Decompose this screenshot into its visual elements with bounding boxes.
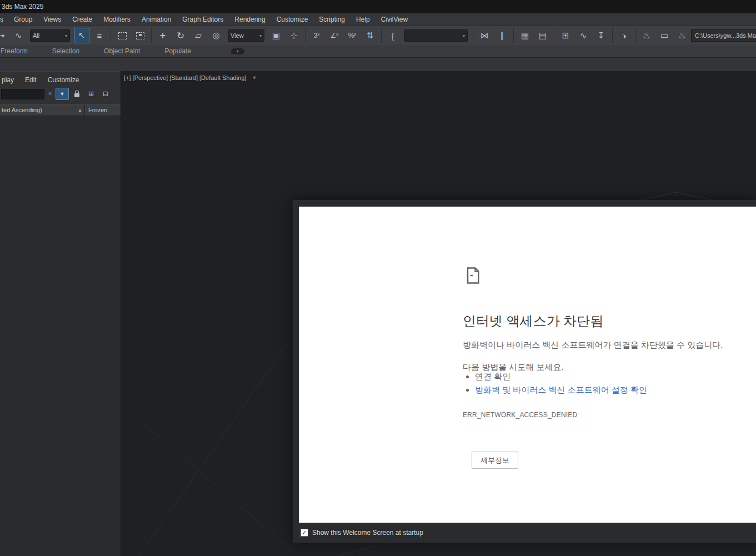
bind-to-space-warp-icon[interactable]: ∿ [11,28,26,43]
select-and-rotate-icon[interactable]: ↻ [173,28,188,43]
schematic-view-icon[interactable]: ↧ [593,28,609,43]
chevron-down-icon: ▾ [259,33,262,38]
menu-item-rendering[interactable]: Rendering [229,16,271,23]
welcome-browser-view: 인터넷 액세스가 차단됨 방화벽이나 바이러스 백신 소프트웨어가 연결을 차단… [299,207,756,523]
toolbar-separator [381,28,382,43]
window-crossing-toggle-icon[interactable] [132,28,148,43]
align-icon[interactable]: ∥ [494,28,510,43]
toolbar-separator [151,28,152,43]
ribbon-tab-populate[interactable]: Populate [164,47,191,55]
rendered-frame-window-icon[interactable]: ▭ [657,28,672,43]
clear-search-icon[interactable]: × [46,90,54,98]
tree-expand-icon[interactable]: ⊞ [84,88,98,100]
selection-filter-value: All [33,32,62,39]
suggestion-text: 연결 확인 [475,372,510,381]
snaps-toggle-icon[interactable]: 3² [309,28,324,43]
menu-item-modifiers[interactable]: Modifiers [98,16,136,23]
viewport-filter-icon[interactable]: ▼ [252,75,257,81]
ribbon-tab-bar: Freeform Selection Object Paint Populate… [0,45,756,58]
curve-editor-icon[interactable]: ∿ [575,28,591,43]
select-and-scale-icon[interactable]: ▱ [191,28,206,43]
scene-explorer-list[interactable] [0,116,121,556]
project-path-field[interactable]: C:\Users\ygw...3ds Max [691,29,756,42]
select-and-place-icon[interactable]: ◎ [208,28,224,43]
menu-item-graph-editors[interactable]: Graph Editors [177,16,229,23]
scene-explorer-search-input[interactable] [1,89,44,99]
error-code: ERR_NETWORK_ACCESS_DENIED [463,411,577,419]
toggle-scene-explorer-icon[interactable]: ▦ [517,28,533,43]
percent-snap-icon[interactable]: %² [344,28,360,43]
firewall-settings-link[interactable]: 방화벽 및 바이러스 백신 소프트웨어 설정 확인 [475,385,647,394]
network-error-page: 인터넷 액세스가 차단됨 방화벽이나 바이러스 백신 소프트웨어가 연결을 차단… [299,207,756,523]
select-and-link-icon[interactable]: ⊶ [0,28,8,43]
welcome-dialog-footer: ✓ Show this Welcome Screen at startup [293,523,756,543]
menu-item-create[interactable]: Create [67,16,98,23]
select-and-move-icon[interactable]: + [155,28,171,43]
lock-icon[interactable] [70,88,83,100]
blocked-page-icon [463,266,483,285]
main-toolbar: ⊶ ∿ All ▾ ↖ ≡ + ↻ ▱ ◎ View ▾ ▣ ⊹ 3² ∠² %… [0,26,756,46]
material-editor-icon[interactable]: ◑ [616,28,632,43]
ribbon-tab-object-paint[interactable]: Object Paint [104,47,140,55]
toggle-layer-explorer-icon[interactable]: ▤ [535,28,550,43]
scene-explorer-panel: play Edit Customize × ▼ ⊞ ⊟ ted Ascendin… [0,71,121,556]
select-by-name-icon[interactable]: ≡ [92,28,107,43]
scene-explorer-menu-edit[interactable]: Edit [25,76,37,84]
use-pivot-point-center-icon[interactable]: ▣ [268,28,284,43]
sort-column-label: ted Ascending) [2,107,42,113]
menu-item-help[interactable]: Help [351,16,376,23]
frozen-column-label: Frozen [88,107,107,113]
render-setup-icon[interactable]: ♨ [639,28,654,43]
select-and-manipulate-icon[interactable]: ⊹ [286,28,302,43]
suggestion-item: 연결 확인 [475,370,647,383]
menu-item-tools-partial[interactable]: s [0,16,8,23]
chevron-down-icon: ▾ [65,33,67,38]
selection-filter-dropdown[interactable]: All ▾ [30,29,70,42]
menu-bar: s Group Views Create Modifiers Animation… [0,13,756,26]
viewport-label[interactable]: [+] [Perspective] [Standard] [Default Sh… [124,74,246,81]
frozen-column-header[interactable]: Frozen [85,104,121,116]
rectangular-selection-region-icon[interactable] [114,28,130,43]
named-selection-sets-dropdown[interactable]: ▾ [404,29,468,42]
sort-column-header[interactable]: ted Ascending) ▲ [0,104,85,116]
toolbar-separator [111,28,111,43]
ribbon-tab-selection[interactable]: Selection [52,47,79,55]
render-production-icon[interactable]: ♨ [674,28,690,43]
select-object-icon[interactable]: ↖ [74,28,89,43]
sort-ascending-icon: ▲ [78,108,82,113]
menu-item-animation[interactable]: Animation [136,16,177,23]
reference-coordinate-system-dropdown[interactable]: View ▾ [228,29,264,42]
spinner-snap-icon[interactable]: ⇅ [362,28,378,43]
angle-snap-icon[interactable]: ∠² [327,28,342,43]
details-button[interactable]: 세부정보 [472,452,518,469]
chevron-down-icon: ▾ [463,33,465,38]
toolbar-separator [305,28,306,43]
menu-item-views[interactable]: Views [38,16,67,23]
mirror-icon[interactable]: ⋈ [477,28,492,43]
scene-explorer-menu-customize[interactable]: Customize [48,76,79,84]
menu-item-group[interactable]: Group [8,16,38,23]
title-bar: 3ds Max 2025 [0,0,756,13]
suggestion-item-link: 방화벽 및 바이러스 백신 소프트웨어 설정 확인 [475,383,647,397]
menu-item-scripting[interactable]: Scripting [313,16,351,23]
display-filter-icon[interactable]: ▼ [56,88,69,100]
viewport-label-bar: [+] [Perspective] [Standard] [Default Sh… [124,74,257,81]
toolbar-separator [554,28,554,43]
coordinate-system-value: View [231,32,257,39]
lock-glyph [74,93,79,97]
ribbon-tab-freeform[interactable]: Freeform [1,47,28,55]
toolbar-separator [473,28,473,43]
scene-explorer-toolbar: × ▼ ⊞ ⊟ [0,87,121,104]
dashed-rect-crossing-icon [136,32,144,39]
menu-item-civilview[interactable]: CivilView [376,16,413,23]
ribbon-overflow-button[interactable]: ▾ [231,48,244,54]
toggle-ribbon-icon[interactable]: ⊞ [558,28,573,43]
scene-explorer-menu-bar: play Edit Customize [0,72,121,87]
menu-item-customize[interactable]: Customize [271,16,314,23]
window-title: 3ds Max 2025 [2,3,43,11]
scene-explorer-menu-display-partial[interactable]: play [2,76,14,84]
edit-named-selection-sets-icon[interactable]: { [385,28,400,43]
show-at-startup-checkbox[interactable]: ✓ [301,529,308,537]
error-suggestions-list: 연결 확인 방화벽 및 바이러스 백신 소프트웨어 설정 확인 [464,370,647,397]
tree-collapse-icon[interactable]: ⊟ [99,88,112,100]
